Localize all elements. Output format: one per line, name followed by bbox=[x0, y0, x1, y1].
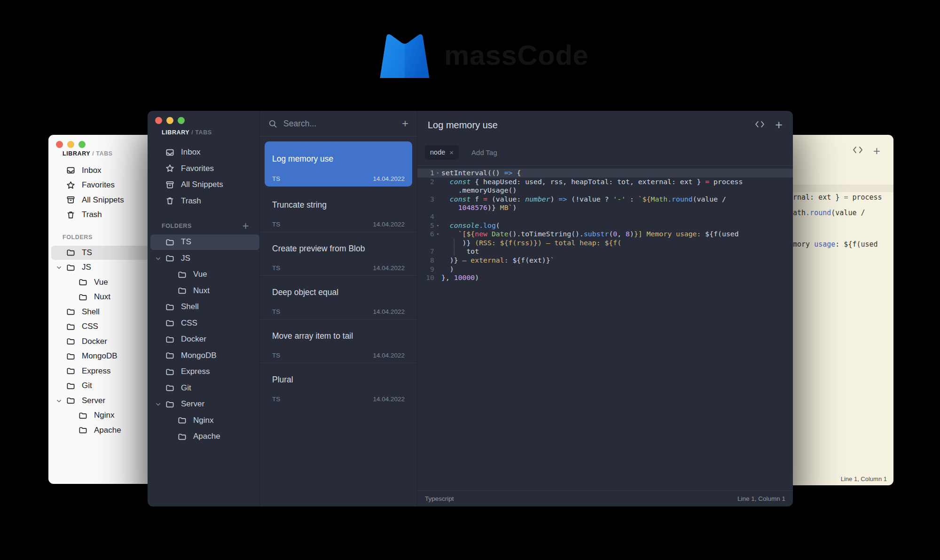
inbox-icon bbox=[165, 148, 174, 157]
snippet-language: TS bbox=[272, 308, 280, 315]
folder-item-vue[interactable]: Vue bbox=[148, 266, 259, 283]
snippet-date: 14.04.2022 bbox=[373, 352, 405, 359]
remove-tag-icon[interactable]: × bbox=[449, 148, 454, 156]
tag-chip[interactable]: node × bbox=[425, 145, 459, 160]
sidebar-item-favorites[interactable]: Favorites bbox=[148, 161, 259, 177]
language-label[interactable]: Typescript bbox=[425, 495, 454, 502]
code-line[interactable]: 2 const { heapUsed: used, rss, heapTotal… bbox=[417, 178, 793, 187]
folder-item-server[interactable]: Server bbox=[148, 396, 259, 412]
code-fragments-icon[interactable] bbox=[755, 121, 765, 130]
library-tab[interactable]: LIBRARY bbox=[162, 129, 189, 136]
close-button[interactable] bbox=[56, 141, 63, 148]
chevron-down-icon[interactable] bbox=[56, 264, 62, 273]
snippet-date: 14.04.2022 bbox=[373, 175, 405, 182]
folder-item-nginx[interactable]: Nginx bbox=[148, 412, 259, 429]
folder-item-nuxt[interactable]: Nuxt bbox=[148, 283, 259, 299]
folder-icon bbox=[78, 411, 87, 420]
close-button[interactable] bbox=[155, 117, 162, 124]
chevron-down-icon[interactable] bbox=[155, 255, 161, 264]
code-line[interactable]: 3 const f = (value: number) => (!value ?… bbox=[417, 195, 793, 204]
code-fragment: ath.round(value / bbox=[793, 209, 865, 217]
folder-item-git[interactable]: Git bbox=[148, 380, 259, 397]
folder-item-apache[interactable]: Apache bbox=[148, 428, 259, 445]
line-number: 10 bbox=[417, 273, 434, 282]
sidebar-item-inbox[interactable]: Inbox bbox=[148, 144, 259, 161]
fold-spacer bbox=[434, 178, 441, 187]
folder-icon bbox=[178, 432, 187, 441]
zoom-button[interactable] bbox=[178, 117, 185, 124]
snippet-item[interactable]: Create preview from BlobTS14.04.2022 bbox=[260, 232, 417, 275]
chevron-down-icon[interactable] bbox=[56, 397, 62, 406]
code-line[interactable]: 1▾setInterval(() => { bbox=[417, 169, 793, 178]
code-line[interactable]: 7 ▏ tot bbox=[417, 247, 793, 256]
zoom-button[interactable] bbox=[78, 141, 86, 148]
folder-item-css[interactable]: CSS bbox=[148, 315, 259, 332]
mini-editor-toolbar: + bbox=[853, 146, 880, 156]
sidebar-item-all-snippets[interactable]: All Snippets bbox=[148, 177, 259, 193]
folder-icon bbox=[66, 381, 75, 390]
folder-item-docker[interactable]: Docker bbox=[148, 331, 259, 348]
folder-item-ts[interactable]: TS bbox=[148, 234, 259, 250]
code-line[interactable]: 4 bbox=[417, 212, 793, 221]
folder-item-js[interactable]: JS bbox=[148, 250, 259, 267]
snippet-item[interactable]: Move array item to tailTS14.04.2022 bbox=[260, 319, 417, 363]
code-line[interactable]: 10}, 10000) bbox=[417, 273, 793, 282]
cursor-position: Line 1, Column 1 bbox=[737, 495, 785, 502]
sidebar-item-trash[interactable]: Trash bbox=[148, 193, 259, 210]
snippet-language: TS bbox=[272, 175, 280, 182]
chevron-down-icon[interactable] bbox=[155, 400, 161, 410]
fold-spacer bbox=[434, 265, 441, 274]
editor-status-bar: Typescript Line 1, Column 1 bbox=[417, 490, 793, 506]
code-line[interactable]: 1048576)} MB`) bbox=[417, 203, 793, 212]
minimize-button[interactable] bbox=[67, 141, 74, 148]
folder-item-mongodb[interactable]: MongoDB bbox=[148, 348, 259, 364]
code-editor[interactable]: 1▾setInterval(() => {2 const { heapUsed:… bbox=[417, 166, 793, 490]
masscode-logo-text: massCode bbox=[444, 39, 588, 71]
snippet-item[interactable]: Log memory useTS14.04.2022 bbox=[265, 141, 412, 187]
tabs-tab[interactable]: TABS bbox=[195, 129, 212, 136]
snippet-item[interactable]: Truncate stringTS14.04.2022 bbox=[260, 188, 417, 232]
folder-icon bbox=[178, 286, 187, 295]
code-line[interactable]: 9 ) bbox=[417, 265, 793, 274]
line-number: 2 bbox=[417, 178, 434, 187]
masscode-logo: massCode bbox=[377, 32, 588, 78]
search-input[interactable]: Search... bbox=[283, 119, 316, 129]
line-number: 9 bbox=[417, 265, 434, 274]
code-line[interactable]: .memoryUsage() bbox=[417, 186, 793, 195]
add-snippet-button[interactable]: + bbox=[402, 120, 408, 127]
star-icon bbox=[165, 164, 174, 173]
add-snippet-icon[interactable]: + bbox=[873, 147, 880, 155]
tag-label: node bbox=[430, 148, 445, 156]
folder-item-shell[interactable]: Shell bbox=[148, 299, 259, 315]
fold-spacer bbox=[434, 247, 441, 256]
snippet-title[interactable]: Log memory use bbox=[428, 120, 498, 131]
code-fragments-icon[interactable] bbox=[853, 146, 863, 156]
code-line[interactable]: ▏ )} (RSS: ${f(rss)}) — total heap: ${f( bbox=[417, 239, 793, 248]
folders-section-label: FOLDERS bbox=[162, 223, 192, 229]
tabs-tab[interactable]: TABS bbox=[96, 150, 113, 157]
snippet-date: 14.04.2022 bbox=[373, 264, 405, 272]
snippet-item[interactable]: Deep object equalTS14.04.2022 bbox=[260, 275, 417, 319]
folder-item-express[interactable]: Express bbox=[148, 364, 259, 380]
snippet-item[interactable]: PluralTS14.04.2022 bbox=[260, 363, 417, 406]
folder-icon bbox=[66, 337, 75, 346]
folders-section-label: FOLDERS bbox=[63, 234, 93, 241]
folder-icon bbox=[66, 366, 75, 375]
fold-arrow-icon[interactable]: ▾ bbox=[434, 230, 441, 239]
code-line[interactable]: 8 )} — external: ${f(ext)}` bbox=[417, 256, 793, 265]
line-number: 7 bbox=[417, 247, 434, 256]
snippets-box-icon bbox=[165, 180, 174, 189]
code-line[interactable]: 6▾ `[${new Date().toTimeString().substr(… bbox=[417, 230, 793, 239]
folder-icon bbox=[66, 352, 75, 361]
window-controls bbox=[56, 141, 86, 148]
folder-icon bbox=[165, 335, 174, 344]
fold-arrow-icon[interactable]: ▾ bbox=[434, 169, 441, 178]
minimize-button[interactable] bbox=[166, 117, 173, 124]
snippets-box-icon bbox=[66, 195, 75, 204]
code-line[interactable]: 5▾ console.log( bbox=[417, 221, 793, 230]
library-tab[interactable]: LIBRARY bbox=[63, 150, 90, 157]
fold-arrow-icon[interactable]: ▾ bbox=[434, 221, 441, 230]
add-folder-button[interactable]: + bbox=[242, 223, 249, 229]
add-tag-button[interactable]: Add Tag bbox=[471, 148, 497, 156]
new-fragment-button[interactable]: + bbox=[775, 122, 783, 128]
